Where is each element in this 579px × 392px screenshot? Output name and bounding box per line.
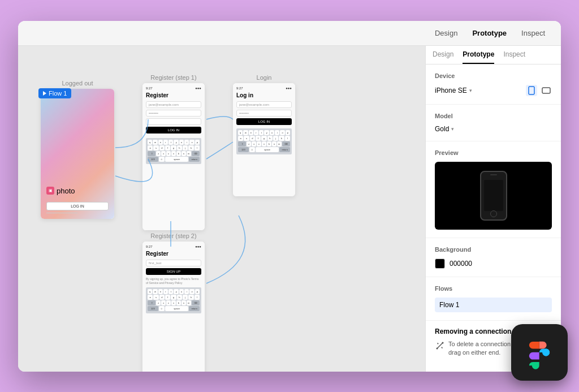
r2k-l: l [195, 295, 200, 300]
key-t: t [168, 140, 173, 145]
r2k-123: 123 [148, 306, 158, 311]
flow-1-item[interactable]: Flow 1 [435, 298, 552, 312]
background-section: Background 000000 [426, 238, 561, 277]
spacer3 [146, 285, 201, 287]
frame-content-logged-out[interactable]: ▣ photo LOG IN [41, 89, 114, 219]
canvas-area[interactable]: Flow 1 Logged out ▣ photo LOG IN [18, 46, 425, 372]
key-a: a [148, 145, 153, 150]
lk-j: j [273, 136, 278, 141]
r2k-e: e [158, 289, 163, 294]
lk-f: f [256, 136, 261, 141]
device-name: iPhone SE [435, 87, 467, 94]
r2k-h: h [177, 295, 182, 300]
r2k-o: o [189, 289, 194, 294]
flows-section: Flows Flow 1 [426, 277, 561, 321]
login-password: •••••••• [236, 110, 292, 117]
device-section: Device iPhone SE ▾ [426, 64, 561, 105]
r2k-del: ⌫ [192, 300, 200, 305]
r2k-i: i [184, 289, 189, 294]
lk-e: e [249, 130, 253, 135]
r2k-a: a [148, 295, 153, 300]
lk-123: 123 [238, 147, 249, 152]
frame-content-login[interactable]: 9:27●●● Log in jane@example.com ••••••••… [233, 83, 295, 196]
svg-rect-1 [542, 88, 550, 93]
play-icon [43, 91, 46, 96]
reg2-status-bar: 9:27●●● [146, 245, 201, 248]
r2k-m: m [187, 300, 191, 305]
device-chevron: ▾ [469, 88, 472, 93]
r2k-s: s [153, 295, 158, 300]
svg-rect-0 [529, 87, 534, 94]
device-select[interactable]: iPhone SE ▾ [435, 87, 472, 94]
key-e: e [158, 140, 163, 145]
reg2-signup-btn: SIGN UP [146, 268, 201, 275]
r2k-w: w [153, 289, 157, 294]
register-title: Register [146, 92, 201, 98]
key-u: u [179, 140, 184, 145]
removing-icon [435, 341, 445, 353]
panel-tab-prototype[interactable]: Prototype [463, 50, 494, 64]
model-row[interactable]: Gold ▾ [435, 125, 552, 133]
flow-tag-label: Flow 1 [49, 90, 67, 97]
lk-n: n [272, 141, 276, 147]
r2k-u: u [179, 289, 184, 294]
tab-inspect[interactable]: Inspect [515, 27, 552, 40]
bg-color-swatch[interactable] [435, 259, 445, 269]
r2k-y: y [174, 289, 178, 294]
main-area: Flow 1 Logged out ▣ photo LOG IN [18, 46, 561, 372]
lk-d: d [250, 136, 255, 141]
portrait-icon[interactable] [526, 85, 537, 96]
frame-login: Login 9:27●●● Log in jane@example.com ••… [233, 74, 295, 196]
r2k-f: f [165, 295, 170, 300]
panel-tab-inspect[interactable]: Inspect [503, 50, 525, 64]
model-chevron: ▾ [451, 126, 454, 132]
tab-design[interactable]: Design [428, 27, 464, 40]
status-bar: 9:27●●● [146, 87, 201, 90]
frame-content-register[interactable]: 9:27●●● Register jane@example.com ••••••… [142, 83, 205, 230]
lk-l: l [285, 136, 290, 141]
lk-k: k [279, 136, 284, 141]
password-input: •••••••• [146, 110, 201, 117]
lk-shift: ⇧ [238, 141, 246, 147]
flow-tag[interactable]: Flow 1 [38, 88, 71, 98]
lk-q: q [238, 130, 243, 135]
lk-a: a [238, 136, 243, 141]
key-d: d [159, 145, 165, 150]
spacer [146, 133, 201, 138]
photo-icon: ▣ [46, 187, 54, 195]
tab-prototype[interactable]: Prototype [465, 27, 513, 40]
r2k-b: b [176, 300, 181, 305]
login-email: jane@example.com [236, 101, 292, 108]
r2k-x: x [161, 300, 166, 305]
mobile-frame-register2: 9:27●●● Register first_last SIGN UP By s… [142, 242, 205, 372]
lk-v: v [262, 141, 266, 147]
reg2-terms: By signing up, you agree to Photo's Term… [146, 277, 201, 285]
key-i: i [184, 140, 189, 145]
lk-return: return [279, 147, 290, 152]
login-title: Log in [236, 92, 292, 98]
panel-tab-design[interactable]: Design [433, 50, 453, 64]
lk-z: z [247, 141, 251, 147]
photo-text: photo [57, 187, 75, 195]
right-panel: Design Prototype Inspect Device iPhone S… [425, 46, 561, 372]
bg-value: 000000 [450, 260, 472, 268]
photo-logo: ▣ photo [46, 187, 109, 195]
background-label: Background [435, 246, 552, 253]
figma-logo [524, 333, 555, 372]
lk-i: i [275, 130, 279, 135]
divider [46, 213, 77, 213]
frame-content-register2[interactable]: 9:27●●● Register first_last SIGN UP By s… [142, 242, 205, 372]
key-j: j [183, 145, 188, 150]
lk-u: u [270, 130, 274, 135]
key-p: p [195, 140, 200, 145]
landscape-icon[interactable] [541, 85, 552, 96]
r2k-g: g [171, 295, 176, 300]
lk-space: space [256, 147, 279, 152]
preview-section: Preview [426, 141, 561, 238]
reg2-name-input: first_last [146, 260, 201, 266]
key-n: n [182, 151, 186, 156]
r2k-emoji: ☺ [159, 306, 165, 311]
svg-point-3 [442, 342, 444, 343]
frame-label-register2: Register (step 2) [150, 232, 196, 239]
figma-logo-container [511, 324, 568, 381]
